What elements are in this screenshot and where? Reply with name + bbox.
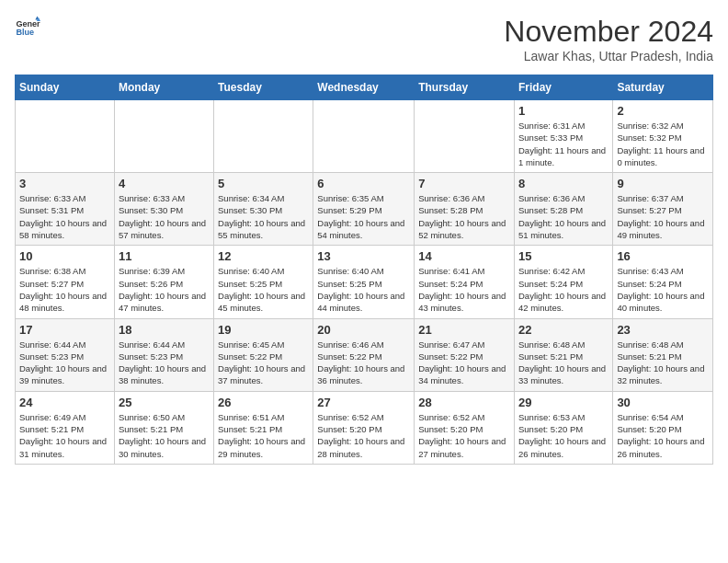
day-info: Sunrise: 6:48 AM Sunset: 5:21 PM Dayligh… bbox=[617, 339, 709, 387]
day-cell: 7Sunrise: 6:36 AM Sunset: 5:28 PM Daylig… bbox=[415, 173, 515, 246]
day-info: Sunrise: 6:33 AM Sunset: 5:31 PM Dayligh… bbox=[19, 192, 110, 241]
day-cell: 8Sunrise: 6:36 AM Sunset: 5:28 PM Daylig… bbox=[514, 173, 612, 246]
day-number: 8 bbox=[518, 177, 609, 190]
day-cell: 1Sunrise: 6:31 AM Sunset: 5:33 PM Daylig… bbox=[514, 100, 612, 173]
day-cell: 4Sunrise: 6:33 AM Sunset: 5:30 PM Daylig… bbox=[114, 173, 213, 246]
day-cell: 6Sunrise: 6:35 AM Sunset: 5:29 PM Daylig… bbox=[313, 173, 415, 246]
weekday-header-sunday: Sunday bbox=[16, 75, 115, 100]
day-info: Sunrise: 6:43 AM Sunset: 5:24 PM Dayligh… bbox=[617, 265, 709, 314]
day-number: 15 bbox=[518, 249, 609, 263]
day-info: Sunrise: 6:36 AM Sunset: 5:28 PM Dayligh… bbox=[418, 192, 510, 241]
day-cell bbox=[415, 100, 515, 173]
day-info: Sunrise: 6:31 AM Sunset: 5:33 PM Dayligh… bbox=[518, 120, 609, 168]
day-info: Sunrise: 6:42 AM Sunset: 5:24 PM Dayligh… bbox=[518, 265, 609, 314]
day-cell: 27Sunrise: 6:52 AM Sunset: 5:20 PM Dayli… bbox=[313, 391, 415, 464]
day-info: Sunrise: 6:46 AM Sunset: 5:22 PM Dayligh… bbox=[317, 339, 410, 387]
day-cell bbox=[214, 100, 313, 173]
day-cell bbox=[114, 100, 213, 173]
day-info: Sunrise: 6:52 AM Sunset: 5:20 PM Dayligh… bbox=[317, 411, 410, 460]
day-number: 11 bbox=[119, 249, 210, 263]
day-info: Sunrise: 6:33 AM Sunset: 5:30 PM Dayligh… bbox=[119, 192, 210, 241]
day-cell: 19Sunrise: 6:45 AM Sunset: 5:22 PM Dayli… bbox=[214, 318, 313, 391]
day-number: 3 bbox=[19, 177, 110, 190]
day-info: Sunrise: 6:34 AM Sunset: 5:30 PM Dayligh… bbox=[218, 192, 309, 241]
day-info: Sunrise: 6:51 AM Sunset: 5:21 PM Dayligh… bbox=[218, 411, 309, 460]
svg-text:General: General bbox=[16, 19, 40, 29]
day-info: Sunrise: 6:47 AM Sunset: 5:22 PM Dayligh… bbox=[418, 339, 510, 387]
day-number: 25 bbox=[119, 396, 210, 409]
day-number: 28 bbox=[418, 396, 510, 409]
weekday-header-thursday: Thursday bbox=[415, 75, 515, 100]
day-number: 29 bbox=[518, 396, 609, 409]
day-cell: 15Sunrise: 6:42 AM Sunset: 5:24 PM Dayli… bbox=[514, 246, 612, 318]
day-cell: 28Sunrise: 6:52 AM Sunset: 5:20 PM Dayli… bbox=[415, 391, 515, 464]
week-row-3: 10Sunrise: 6:38 AM Sunset: 5:27 PM Dayli… bbox=[16, 246, 713, 318]
day-number: 26 bbox=[218, 396, 309, 409]
day-cell bbox=[16, 100, 115, 173]
day-info: Sunrise: 6:32 AM Sunset: 5:32 PM Dayligh… bbox=[617, 120, 709, 168]
month-title: November 2024 bbox=[504, 15, 713, 49]
day-number: 20 bbox=[317, 323, 410, 337]
day-cell: 23Sunrise: 6:48 AM Sunset: 5:21 PM Dayli… bbox=[613, 318, 713, 391]
day-cell: 5Sunrise: 6:34 AM Sunset: 5:30 PM Daylig… bbox=[214, 173, 313, 246]
day-info: Sunrise: 6:53 AM Sunset: 5:20 PM Dayligh… bbox=[518, 411, 609, 460]
day-cell: 29Sunrise: 6:53 AM Sunset: 5:20 PM Dayli… bbox=[514, 391, 612, 464]
day-info: Sunrise: 6:41 AM Sunset: 5:24 PM Dayligh… bbox=[418, 265, 510, 314]
title-block: November 2024 Lawar Khas, Uttar Pradesh,… bbox=[504, 15, 713, 63]
day-info: Sunrise: 6:36 AM Sunset: 5:28 PM Dayligh… bbox=[518, 192, 609, 241]
day-cell bbox=[313, 100, 415, 173]
day-cell: 20Sunrise: 6:46 AM Sunset: 5:22 PM Dayli… bbox=[313, 318, 415, 391]
day-cell: 25Sunrise: 6:50 AM Sunset: 5:21 PM Dayli… bbox=[114, 391, 213, 464]
day-cell: 13Sunrise: 6:40 AM Sunset: 5:25 PM Dayli… bbox=[313, 246, 415, 318]
day-info: Sunrise: 6:35 AM Sunset: 5:29 PM Dayligh… bbox=[317, 192, 410, 241]
week-row-2: 3Sunrise: 6:33 AM Sunset: 5:31 PM Daylig… bbox=[16, 173, 713, 246]
day-number: 24 bbox=[19, 396, 110, 409]
day-number: 23 bbox=[617, 323, 709, 337]
day-number: 12 bbox=[218, 249, 309, 263]
day-number: 2 bbox=[617, 104, 709, 118]
calendar-table: SundayMondayTuesdayWednesdayThursdayFrid… bbox=[15, 75, 713, 465]
day-cell: 18Sunrise: 6:44 AM Sunset: 5:23 PM Dayli… bbox=[114, 318, 213, 391]
day-number: 27 bbox=[317, 396, 410, 409]
day-number: 9 bbox=[617, 177, 709, 190]
location: Lawar Khas, Uttar Pradesh, India bbox=[504, 49, 713, 63]
day-cell: 21Sunrise: 6:47 AM Sunset: 5:22 PM Dayli… bbox=[415, 318, 515, 391]
day-number: 21 bbox=[418, 323, 510, 337]
day-number: 18 bbox=[119, 323, 210, 337]
day-number: 19 bbox=[218, 323, 309, 337]
day-info: Sunrise: 6:49 AM Sunset: 5:21 PM Dayligh… bbox=[19, 411, 110, 460]
weekday-header-tuesday: Tuesday bbox=[214, 75, 313, 100]
day-info: Sunrise: 6:40 AM Sunset: 5:25 PM Dayligh… bbox=[218, 265, 309, 314]
day-cell: 14Sunrise: 6:41 AM Sunset: 5:24 PM Dayli… bbox=[415, 246, 515, 318]
week-row-4: 17Sunrise: 6:44 AM Sunset: 5:23 PM Dayli… bbox=[16, 318, 713, 391]
day-info: Sunrise: 6:52 AM Sunset: 5:20 PM Dayligh… bbox=[418, 411, 510, 460]
page-header: General Blue November 2024 Lawar Khas, U… bbox=[15, 15, 713, 63]
day-number: 14 bbox=[418, 249, 510, 263]
day-cell: 12Sunrise: 6:40 AM Sunset: 5:25 PM Dayli… bbox=[214, 246, 313, 318]
day-cell: 10Sunrise: 6:38 AM Sunset: 5:27 PM Dayli… bbox=[16, 246, 115, 318]
week-row-5: 24Sunrise: 6:49 AM Sunset: 5:21 PM Dayli… bbox=[16, 391, 713, 464]
day-cell: 3Sunrise: 6:33 AM Sunset: 5:31 PM Daylig… bbox=[16, 173, 115, 246]
day-cell: 16Sunrise: 6:43 AM Sunset: 5:24 PM Dayli… bbox=[613, 246, 713, 318]
day-info: Sunrise: 6:44 AM Sunset: 5:23 PM Dayligh… bbox=[119, 339, 210, 387]
weekday-header-monday: Monday bbox=[114, 75, 213, 100]
day-cell: 30Sunrise: 6:54 AM Sunset: 5:20 PM Dayli… bbox=[613, 391, 713, 464]
day-number: 7 bbox=[418, 177, 510, 190]
week-row-1: 1Sunrise: 6:31 AM Sunset: 5:33 PM Daylig… bbox=[16, 100, 713, 173]
day-number: 13 bbox=[317, 249, 410, 263]
day-cell: 22Sunrise: 6:48 AM Sunset: 5:21 PM Dayli… bbox=[514, 318, 612, 391]
day-info: Sunrise: 6:54 AM Sunset: 5:20 PM Dayligh… bbox=[617, 411, 709, 460]
logo-icon: General Blue bbox=[15, 15, 40, 40]
day-number: 17 bbox=[19, 323, 110, 337]
day-number: 4 bbox=[119, 177, 210, 190]
day-info: Sunrise: 6:48 AM Sunset: 5:21 PM Dayligh… bbox=[518, 339, 609, 387]
day-number: 5 bbox=[218, 177, 309, 190]
day-info: Sunrise: 6:50 AM Sunset: 5:21 PM Dayligh… bbox=[119, 411, 210, 460]
day-cell: 2Sunrise: 6:32 AM Sunset: 5:32 PM Daylig… bbox=[613, 100, 713, 173]
day-number: 6 bbox=[317, 177, 410, 190]
day-info: Sunrise: 6:39 AM Sunset: 5:26 PM Dayligh… bbox=[119, 265, 210, 314]
logo: General Blue bbox=[15, 15, 40, 40]
weekday-header-wednesday: Wednesday bbox=[313, 75, 415, 100]
day-cell: 26Sunrise: 6:51 AM Sunset: 5:21 PM Dayli… bbox=[214, 391, 313, 464]
day-cell: 9Sunrise: 6:37 AM Sunset: 5:27 PM Daylig… bbox=[613, 173, 713, 246]
